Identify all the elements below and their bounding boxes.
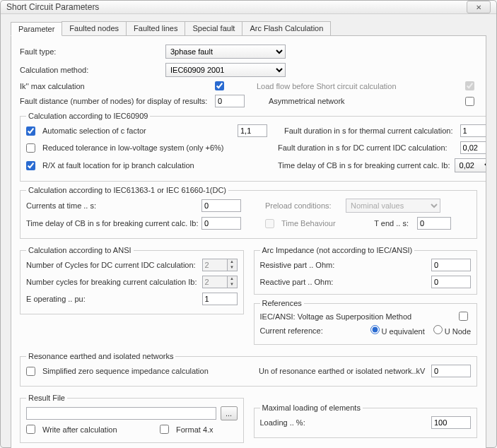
reduced-tol-label: Reduced tolerance in low-voltage system … (42, 143, 274, 152)
cb-delay-61363-label: Time delay of CB in s for breaking curre… (26, 219, 197, 228)
calc-method-select[interactable]: IEC60909 2001 (165, 63, 286, 77)
group-ansi-legend: Calculation according to ANSI (26, 246, 134, 254)
group-references: References IEC/ANSI: Voltage as Superpos… (254, 299, 478, 345)
time-beh-checkbox (265, 219, 274, 228)
tab-special-fault[interactable]: Special fault (185, 21, 242, 35)
tab-bar: Parameter Faulted nodes Faulted lines Sp… (11, 21, 486, 35)
group-iec60909-legend: Calculation according to IEC60909 (26, 112, 150, 120)
ikmax-checkbox[interactable] (215, 81, 224, 90)
group-iec60909: Calculation according to IEC60909 Automa… (20, 112, 486, 182)
reduced-tol-checkbox[interactable] (26, 143, 35, 153)
thermal-input[interactable] (460, 124, 486, 137)
titlebar-text: Short Circuit Parameters (6, 2, 467, 12)
group-references-legend: References (260, 299, 304, 307)
iec-ansi-sup-checkbox[interactable] (459, 312, 468, 321)
result-file-path[interactable] (26, 407, 216, 420)
spin-buttons: ▲▼ (228, 276, 238, 288)
group-resonance: Resonance earthed and isolated networks … (20, 352, 477, 387)
group-iec61363: Calculation according to IEC61363-1 or I… (20, 186, 477, 239)
simpl-zero-checkbox[interactable] (26, 367, 35, 376)
curr-ref-opt1[interactable]: U equivalent (366, 325, 425, 336)
cb-delay-61363-input[interactable] (201, 217, 241, 230)
curr-ref-radio-uequiv[interactable] (370, 325, 380, 334)
format4x-label: Format 4.x (176, 425, 214, 434)
tend-input[interactable] (417, 217, 451, 230)
simpl-zero-label: Simplified zero sequence impedance calcu… (42, 367, 255, 375)
fault-type-select[interactable]: 3phase fault (165, 45, 286, 59)
dialog-window: Short Circuit Parameters ✕ Parameter Fau… (0, 0, 497, 448)
ikmax-label: Ik'' max calculation (20, 82, 211, 90)
group-max-loading: Maximal loading of elements Loading .. %… (254, 403, 478, 438)
arc-res-label: Resistive part .. Ohm: (260, 261, 428, 269)
close-icon: ✕ (476, 4, 481, 11)
loadflow-checkbox (465, 81, 474, 90)
cycles-idc-label: Number of Cycles for DC current IDC calc… (26, 261, 198, 269)
time-beh-label: Time Behaviour (281, 219, 366, 228)
spin-buttons: ▲▼ (228, 259, 238, 271)
rx-checkbox[interactable] (26, 161, 35, 170)
thermal-label: Fault duration in s for thermal current … (284, 126, 456, 135)
rx-label: R/X at fault location for ip branch calc… (42, 161, 274, 170)
cycles-idc-input (202, 259, 228, 271)
group-arc: Arc Impedance (not according to IEC/ANSI… (254, 246, 478, 295)
curr-ref-opt2[interactable]: U Node (429, 325, 471, 336)
tab-faulted-lines[interactable]: Faulted lines (126, 21, 185, 35)
fault-type-label: Fault type: (20, 47, 161, 56)
titlebar: Short Circuit Parameters ✕ (1, 1, 496, 14)
write-after-calc-checkbox[interactable] (26, 425, 35, 434)
preload-label: Preload conditions: (265, 201, 341, 210)
curr-ref-label: Current reference: (260, 326, 323, 335)
cb-delay-label: Time delay of CB in s for breaking curre… (278, 161, 450, 170)
curr-ref-radio-unode[interactable] (433, 325, 443, 334)
auto-c-label: Automatic selection of c factor (42, 126, 233, 135)
group-result-file: Result File ... Write after calculation … (20, 394, 244, 443)
dc-idc-label: Fault duration in s for DC current IDC c… (278, 143, 456, 152)
group-result-file-legend: Result File (26, 394, 67, 402)
un-input[interactable] (431, 365, 471, 377)
close-button[interactable]: ✕ (467, 1, 491, 13)
arc-react-label: Reactive part .. Ohm: (260, 278, 428, 286)
tend-label: T end .. s: (370, 219, 413, 228)
dc-idc-input[interactable] (460, 141, 486, 154)
cycles-ib-label: Number cycles for breaking current calcu… (26, 278, 198, 286)
currents-label: Currents at time .. s: (26, 201, 197, 210)
write-after-calc-label: Write after calculation (42, 425, 156, 434)
client-area: Parameter Faulted nodes Faulted lines Sp… (1, 14, 496, 448)
cycles-ib-spin: ▲▼ (202, 276, 238, 288)
loadflow-label: Load flow before Short circuit calculati… (257, 82, 461, 90)
eop-input[interactable] (202, 293, 238, 305)
group-ansi: Calculation according to ANSI Number of … (20, 246, 244, 314)
fault-dist-input[interactable] (215, 95, 245, 107)
arc-react-input[interactable] (431, 276, 471, 288)
currents-input[interactable] (201, 199, 241, 212)
loading-input[interactable] (431, 416, 471, 429)
fault-dist-label: Fault distance (number of nodes) for dis… (20, 97, 211, 105)
group-resonance-legend: Resonance earthed and isolated networks (26, 352, 175, 360)
preload-select: Nominal values (346, 199, 440, 213)
un-label: Un of resonance earthed or isolated netw… (259, 367, 427, 375)
group-arc-legend: Arc Impedance (not according to IEC/ANSI… (260, 246, 415, 254)
tab-panel: Fault type: 3phase fault Calculation met… (11, 35, 486, 448)
iec-ansi-sup-label: IEC/ANSI: Voltage as Superposition Metho… (260, 312, 455, 321)
format4x-checkbox[interactable] (160, 425, 169, 434)
browse-button[interactable]: ... (221, 406, 238, 420)
arc-res-input[interactable] (431, 259, 471, 271)
cb-delay-select[interactable]: 0,02 (455, 158, 486, 172)
tab-parameter[interactable]: Parameter (11, 22, 62, 36)
asym-label: Asymmetrical network (269, 97, 461, 105)
group-iec61363-legend: Calculation according to IEC61363-1 or I… (26, 186, 228, 194)
loading-label: Loading .. %: (260, 418, 428, 427)
tab-faulted-nodes[interactable]: Faulted nodes (62, 21, 127, 35)
cycles-idc-spin: ▲▼ (202, 259, 238, 271)
tab-arc-flash[interactable]: Arc Flash Calculation (242, 21, 331, 35)
asym-checkbox[interactable] (465, 97, 474, 106)
eop-label: E operating .. pu: (26, 295, 198, 303)
calc-method-label: Calculation method: (20, 66, 161, 74)
cycles-ib-input (202, 276, 228, 288)
auto-c-input[interactable] (238, 124, 267, 137)
auto-c-checkbox[interactable] (26, 126, 35, 136)
group-max-loading-legend: Maximal loading of elements (260, 403, 363, 412)
